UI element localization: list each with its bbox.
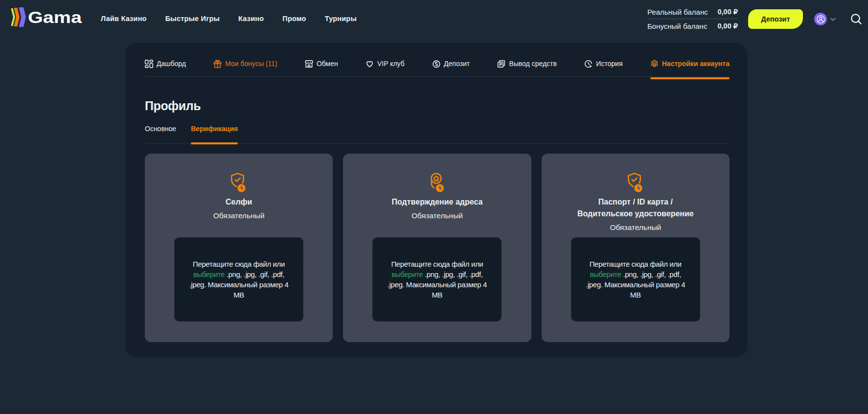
svg-text:Gama: Gama [28,8,82,26]
